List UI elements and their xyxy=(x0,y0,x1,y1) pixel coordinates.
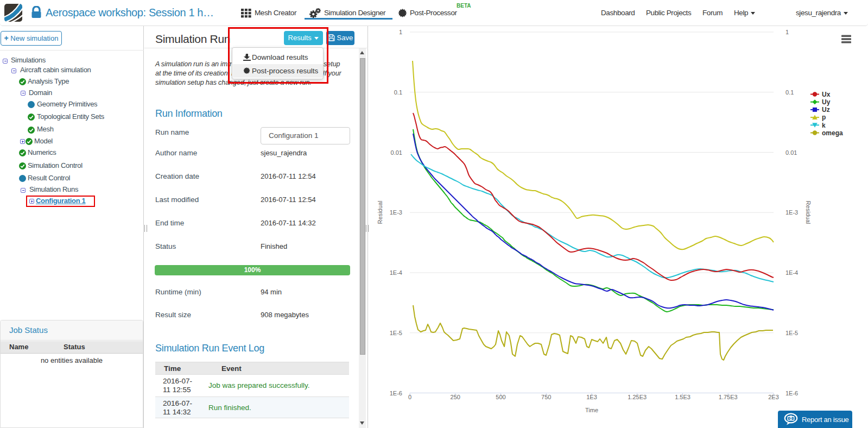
svg-text:k: k xyxy=(822,122,826,129)
svg-text:250: 250 xyxy=(451,394,460,400)
svg-text:1E-6: 1E-6 xyxy=(785,390,798,396)
svg-text:0: 0 xyxy=(408,394,411,400)
svg-text:2E3: 2E3 xyxy=(768,394,779,400)
svg-text:1E-4: 1E-4 xyxy=(390,269,402,276)
svg-text:0.01: 0.01 xyxy=(391,149,402,156)
svg-text:omega: omega xyxy=(822,129,843,137)
svg-text:750: 750 xyxy=(541,394,551,400)
svg-text:1: 1 xyxy=(399,29,402,35)
svg-text:Uz: Uz xyxy=(822,106,830,114)
svg-text:0.01: 0.01 xyxy=(785,149,797,156)
svg-text:1.5E3: 1.5E3 xyxy=(675,394,690,400)
svg-text:p: p xyxy=(822,114,826,121)
svg-text:1E-5: 1E-5 xyxy=(785,330,798,336)
svg-text:Ux: Ux xyxy=(822,91,831,98)
svg-text:Uy: Uy xyxy=(822,98,831,106)
svg-text:500: 500 xyxy=(496,394,505,400)
svg-text:Residual: Residual xyxy=(377,201,383,224)
svg-text:Residual: Residual xyxy=(805,201,812,224)
svg-text:1E-4: 1E-4 xyxy=(785,269,798,276)
svg-text:1: 1 xyxy=(785,29,789,35)
svg-text:1E-5: 1E-5 xyxy=(390,330,402,336)
svg-text:1.25E3: 1.25E3 xyxy=(628,394,647,400)
svg-text:1E3: 1E3 xyxy=(586,394,597,400)
svg-text:Time: Time xyxy=(585,407,598,413)
svg-text:1E-3: 1E-3 xyxy=(785,209,798,216)
svg-text:0.1: 0.1 xyxy=(394,89,402,96)
svg-text:1.75E3: 1.75E3 xyxy=(719,394,738,400)
svg-text:0.1: 0.1 xyxy=(785,89,794,96)
svg-text:1E-6: 1E-6 xyxy=(390,390,402,396)
svg-text:1E-3: 1E-3 xyxy=(390,209,402,216)
